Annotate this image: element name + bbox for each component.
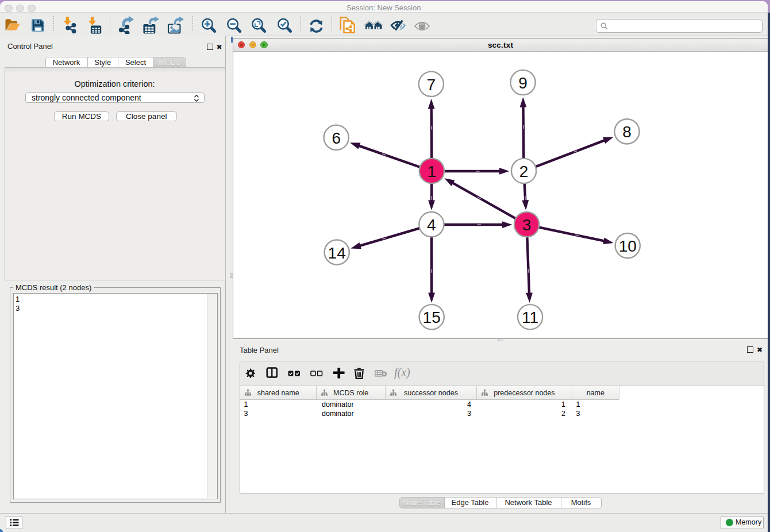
svg-text:14: 14 [328,244,345,262]
svg-text:2: 2 [519,163,528,180]
svg-text:3: 3 [522,216,531,234]
svg-text:11: 11 [522,309,538,326]
svg-text:7: 7 [426,76,436,94]
svg-text:8: 8 [622,123,632,141]
svg-text:15: 15 [422,309,440,326]
svg-text:10: 10 [618,237,636,255]
svg-text:9: 9 [518,74,528,92]
svg-text:1: 1 [427,163,436,180]
svg-text:4: 4 [427,216,436,234]
svg-text:6: 6 [332,129,341,147]
